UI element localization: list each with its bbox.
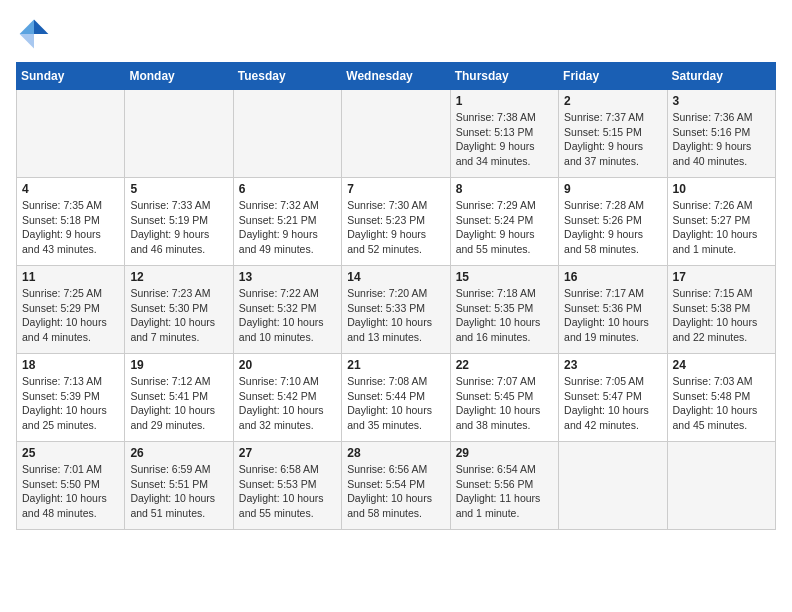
day-info: Sunrise: 6:58 AMSunset: 5:53 PMDaylight:… [239,462,336,521]
day-info: Sunrise: 7:17 AMSunset: 5:36 PMDaylight:… [564,286,661,345]
calendar-cell: 14Sunrise: 7:20 AMSunset: 5:33 PMDayligh… [342,266,450,354]
calendar-cell: 16Sunrise: 7:17 AMSunset: 5:36 PMDayligh… [559,266,667,354]
day-info: Sunrise: 7:30 AMSunset: 5:23 PMDaylight:… [347,198,444,257]
weekday-header-thursday: Thursday [450,63,558,90]
calendar-week-row: 25Sunrise: 7:01 AMSunset: 5:50 PMDayligh… [17,442,776,530]
calendar-cell: 25Sunrise: 7:01 AMSunset: 5:50 PMDayligh… [17,442,125,530]
day-info: Sunrise: 7:25 AMSunset: 5:29 PMDaylight:… [22,286,119,345]
day-number: 2 [564,94,661,108]
day-number: 14 [347,270,444,284]
day-number: 13 [239,270,336,284]
calendar-cell: 27Sunrise: 6:58 AMSunset: 5:53 PMDayligh… [233,442,341,530]
day-number: 8 [456,182,553,196]
day-number: 26 [130,446,227,460]
calendar-cell: 9Sunrise: 7:28 AMSunset: 5:26 PMDaylight… [559,178,667,266]
day-info: Sunrise: 7:22 AMSunset: 5:32 PMDaylight:… [239,286,336,345]
calendar-cell: 11Sunrise: 7:25 AMSunset: 5:29 PMDayligh… [17,266,125,354]
calendar-cell: 29Sunrise: 6:54 AMSunset: 5:56 PMDayligh… [450,442,558,530]
day-info: Sunrise: 7:35 AMSunset: 5:18 PMDaylight:… [22,198,119,257]
calendar-cell: 19Sunrise: 7:12 AMSunset: 5:41 PMDayligh… [125,354,233,442]
day-info: Sunrise: 7:05 AMSunset: 5:47 PMDaylight:… [564,374,661,433]
day-number: 10 [673,182,770,196]
day-number: 18 [22,358,119,372]
day-info: Sunrise: 7:36 AMSunset: 5:16 PMDaylight:… [673,110,770,169]
day-number: 20 [239,358,336,372]
page-header [16,16,776,52]
calendar-cell [559,442,667,530]
day-number: 15 [456,270,553,284]
calendar-cell: 24Sunrise: 7:03 AMSunset: 5:48 PMDayligh… [667,354,775,442]
day-number: 7 [347,182,444,196]
day-number: 1 [456,94,553,108]
day-info: Sunrise: 7:33 AMSunset: 5:19 PMDaylight:… [130,198,227,257]
day-number: 19 [130,358,227,372]
calendar-cell: 18Sunrise: 7:13 AMSunset: 5:39 PMDayligh… [17,354,125,442]
calendar-week-row: 18Sunrise: 7:13 AMSunset: 5:39 PMDayligh… [17,354,776,442]
day-number: 21 [347,358,444,372]
calendar-cell: 10Sunrise: 7:26 AMSunset: 5:27 PMDayligh… [667,178,775,266]
calendar-week-row: 4Sunrise: 7:35 AMSunset: 5:18 PMDaylight… [17,178,776,266]
calendar-cell [125,90,233,178]
day-info: Sunrise: 6:54 AMSunset: 5:56 PMDaylight:… [456,462,553,521]
calendar-cell [667,442,775,530]
calendar-cell: 28Sunrise: 6:56 AMSunset: 5:54 PMDayligh… [342,442,450,530]
day-info: Sunrise: 7:26 AMSunset: 5:27 PMDaylight:… [673,198,770,257]
calendar-cell: 8Sunrise: 7:29 AMSunset: 5:24 PMDaylight… [450,178,558,266]
day-number: 5 [130,182,227,196]
calendar-cell: 6Sunrise: 7:32 AMSunset: 5:21 PMDaylight… [233,178,341,266]
calendar-table: SundayMondayTuesdayWednesdayThursdayFrid… [16,62,776,530]
calendar-cell: 13Sunrise: 7:22 AMSunset: 5:32 PMDayligh… [233,266,341,354]
weekday-header-wednesday: Wednesday [342,63,450,90]
day-info: Sunrise: 7:32 AMSunset: 5:21 PMDaylight:… [239,198,336,257]
svg-marker-2 [20,34,34,48]
day-info: Sunrise: 7:20 AMSunset: 5:33 PMDaylight:… [347,286,444,345]
weekday-header-tuesday: Tuesday [233,63,341,90]
calendar-cell [233,90,341,178]
day-info: Sunrise: 7:29 AMSunset: 5:24 PMDaylight:… [456,198,553,257]
calendar-cell: 23Sunrise: 7:05 AMSunset: 5:47 PMDayligh… [559,354,667,442]
calendar-cell: 5Sunrise: 7:33 AMSunset: 5:19 PMDaylight… [125,178,233,266]
day-number: 12 [130,270,227,284]
day-info: Sunrise: 7:08 AMSunset: 5:44 PMDaylight:… [347,374,444,433]
calendar-cell: 17Sunrise: 7:15 AMSunset: 5:38 PMDayligh… [667,266,775,354]
svg-marker-0 [34,20,48,34]
day-number: 11 [22,270,119,284]
day-number: 3 [673,94,770,108]
day-number: 29 [456,446,553,460]
calendar-cell [17,90,125,178]
calendar-cell: 26Sunrise: 6:59 AMSunset: 5:51 PMDayligh… [125,442,233,530]
calendar-cell: 2Sunrise: 7:37 AMSunset: 5:15 PMDaylight… [559,90,667,178]
day-number: 25 [22,446,119,460]
day-number: 17 [673,270,770,284]
day-number: 27 [239,446,336,460]
weekday-header-monday: Monday [125,63,233,90]
calendar-week-row: 1Sunrise: 7:38 AMSunset: 5:13 PMDaylight… [17,90,776,178]
day-info: Sunrise: 7:37 AMSunset: 5:15 PMDaylight:… [564,110,661,169]
weekday-header-row: SundayMondayTuesdayWednesdayThursdayFrid… [17,63,776,90]
calendar-cell: 7Sunrise: 7:30 AMSunset: 5:23 PMDaylight… [342,178,450,266]
calendar-cell: 21Sunrise: 7:08 AMSunset: 5:44 PMDayligh… [342,354,450,442]
day-info: Sunrise: 7:07 AMSunset: 5:45 PMDaylight:… [456,374,553,433]
calendar-cell: 1Sunrise: 7:38 AMSunset: 5:13 PMDaylight… [450,90,558,178]
day-info: Sunrise: 6:56 AMSunset: 5:54 PMDaylight:… [347,462,444,521]
day-info: Sunrise: 7:13 AMSunset: 5:39 PMDaylight:… [22,374,119,433]
day-number: 16 [564,270,661,284]
day-number: 4 [22,182,119,196]
day-number: 28 [347,446,444,460]
calendar-cell: 4Sunrise: 7:35 AMSunset: 5:18 PMDaylight… [17,178,125,266]
day-info: Sunrise: 7:10 AMSunset: 5:42 PMDaylight:… [239,374,336,433]
day-number: 23 [564,358,661,372]
day-info: Sunrise: 7:18 AMSunset: 5:35 PMDaylight:… [456,286,553,345]
day-number: 6 [239,182,336,196]
weekday-header-friday: Friday [559,63,667,90]
svg-marker-1 [20,20,34,34]
day-number: 9 [564,182,661,196]
calendar-cell: 22Sunrise: 7:07 AMSunset: 5:45 PMDayligh… [450,354,558,442]
logo-icon [16,16,52,52]
weekday-header-sunday: Sunday [17,63,125,90]
day-info: Sunrise: 7:23 AMSunset: 5:30 PMDaylight:… [130,286,227,345]
day-info: Sunrise: 7:38 AMSunset: 5:13 PMDaylight:… [456,110,553,169]
day-number: 24 [673,358,770,372]
calendar-cell [342,90,450,178]
weekday-header-saturday: Saturday [667,63,775,90]
